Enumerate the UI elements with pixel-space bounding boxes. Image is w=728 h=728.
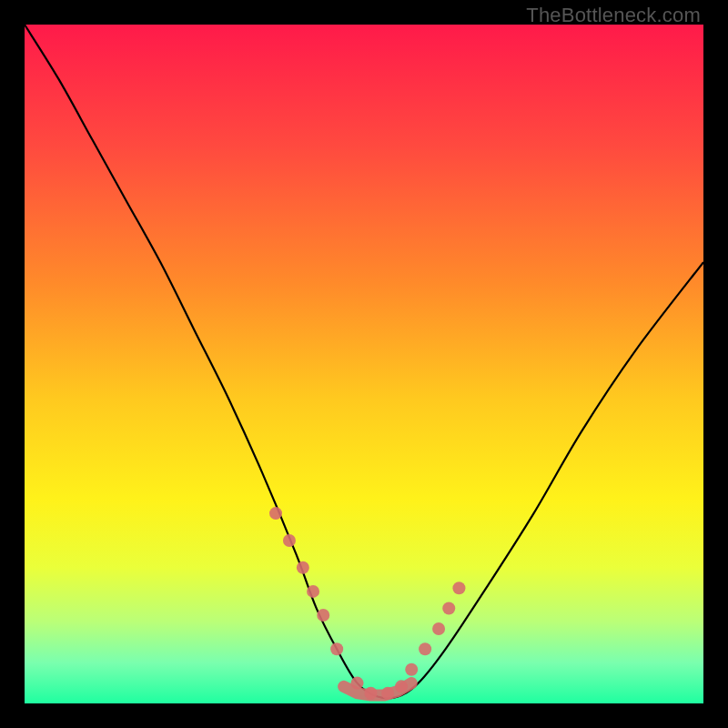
watermark-text: TheBottleneck.com xyxy=(526,4,701,27)
svg-rect-9 xyxy=(381,687,394,700)
svg-rect-14 xyxy=(442,602,455,615)
svg-rect-6 xyxy=(330,642,343,655)
svg-rect-2 xyxy=(283,534,296,547)
svg-rect-7 xyxy=(351,677,364,690)
svg-rect-4 xyxy=(307,585,319,598)
svg-rect-5 xyxy=(317,609,329,622)
svg-rect-1 xyxy=(269,507,282,520)
highlighted-points xyxy=(269,507,465,700)
svg-rect-13 xyxy=(432,622,445,635)
svg-rect-12 xyxy=(419,642,431,655)
chart-frame xyxy=(25,25,703,703)
svg-rect-11 xyxy=(405,663,418,676)
chart-plot xyxy=(25,25,703,703)
bottleneck-curve xyxy=(25,25,703,698)
svg-rect-8 xyxy=(364,687,377,700)
svg-rect-10 xyxy=(395,680,408,693)
svg-rect-15 xyxy=(452,581,465,594)
svg-rect-3 xyxy=(297,561,309,574)
